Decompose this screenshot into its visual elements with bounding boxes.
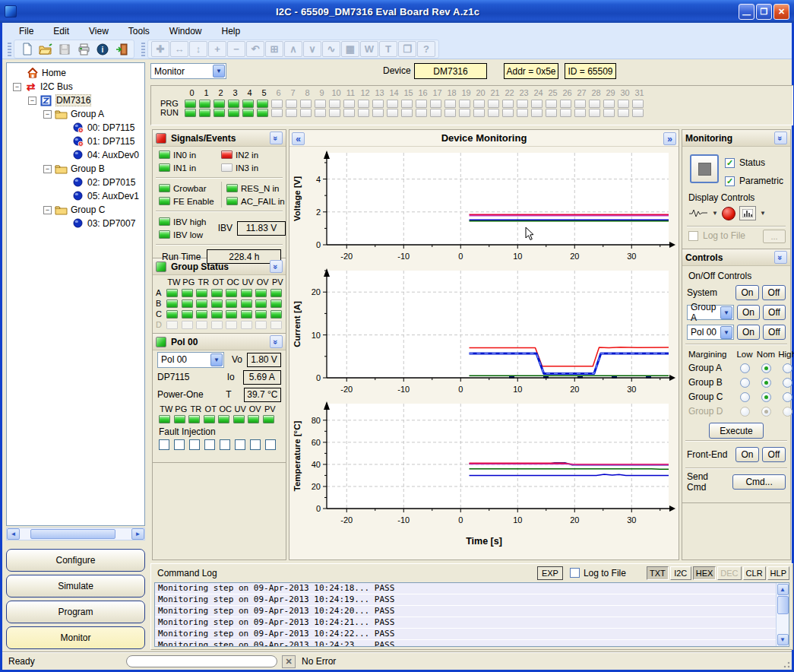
new-file-icon[interactable] — [17, 41, 36, 57]
fault-injection-checkbox[interactable] — [159, 439, 169, 450]
tree-item-group-c[interactable]: −Group C — [7, 203, 144, 217]
cmd-button[interactable]: Cmd... — [732, 474, 786, 490]
pan-icon[interactable]: ✚ — [151, 41, 169, 57]
peak-down-icon[interactable]: ∨ — [303, 41, 321, 57]
log-hlp-button[interactable]: HLP — [767, 566, 789, 580]
axis-box-icon[interactable]: ⊞ — [265, 41, 283, 57]
tree-item-00-dp7115[interactable]: 00: DP7115 — [7, 121, 144, 135]
copy-icon[interactable]: ❐ — [398, 41, 416, 57]
collapse-chevron-icon[interactable]: » — [270, 260, 283, 273]
help-icon[interactable]: ? — [417, 41, 435, 57]
scroll-thumb[interactable] — [30, 529, 115, 539]
scroll-left-icon[interactable]: « — [292, 132, 305, 145]
record-icon[interactable] — [722, 207, 735, 220]
toolbar-grip[interactable] — [8, 43, 11, 56]
undo-zoom-icon[interactable]: ↶ — [246, 41, 264, 57]
wave-icon[interactable]: ∿ — [322, 41, 340, 57]
tree-item-dm7316[interactable]: −DM7316 — [7, 94, 144, 107]
tree-item-04-auxdev0[interactable]: 04: AuxDev0 — [7, 148, 144, 162]
system-off-button[interactable]: Off — [762, 285, 786, 300]
chevron-down-icon[interactable]: ▼ — [210, 353, 223, 366]
group-off-button[interactable]: Off — [763, 305, 786, 320]
tree-item-03-dp7007[interactable]: 03: DP7007 — [7, 217, 144, 230]
margining-radio[interactable] — [761, 392, 771, 402]
scroll-down-icon[interactable]: ▼ — [777, 634, 789, 645]
scroll-left-icon[interactable]: ◄ — [7, 528, 20, 540]
text-label-icon[interactable]: T — [379, 41, 397, 57]
group-on-button[interactable]: On — [737, 305, 760, 320]
fault-injection-checkbox[interactable] — [220, 439, 230, 450]
margining-radio[interactable] — [783, 392, 792, 402]
zoom-in-icon[interactable]: + — [208, 41, 226, 57]
fault-injection-checkbox[interactable] — [174, 439, 185, 450]
tree-expander-icon[interactable]: − — [43, 110, 52, 119]
scroll-thumb[interactable] — [777, 596, 789, 614]
tree-expander-icon[interactable]: − — [28, 97, 36, 105]
collapse-chevron-icon[interactable]: » — [774, 132, 787, 144]
scroll-right-icon[interactable]: » — [663, 132, 676, 145]
tree-item-group-a[interactable]: −Group A — [7, 107, 144, 121]
menu-help[interactable]: Help — [213, 24, 250, 38]
pol-select[interactable]: Pol 00 ▼ — [687, 325, 734, 340]
parametric-checkbox[interactable]: ✓ — [725, 176, 735, 186]
chevron-down-icon[interactable]: ▼ — [720, 326, 732, 339]
close-button[interactable]: ✕ — [773, 4, 789, 20]
waveform-icon[interactable] — [688, 208, 708, 219]
fault-injection-checkbox[interactable] — [265, 439, 276, 450]
margining-radio[interactable] — [761, 363, 771, 373]
simulate-mode-button[interactable]: Simulate — [6, 575, 145, 598]
menu-view[interactable]: View — [80, 24, 118, 38]
menu-window[interactable]: Window — [160, 24, 211, 38]
chevron-down-icon[interactable]: ▼ — [720, 306, 732, 319]
clear-error-icon[interactable]: ✕ — [282, 655, 296, 668]
collapse-chevron-icon[interactable]: » — [270, 335, 283, 348]
zoom-out-icon[interactable]: − — [227, 41, 245, 57]
log-hex-button[interactable]: HEX — [693, 566, 716, 580]
margining-radio[interactable] — [783, 378, 792, 388]
grid-icon[interactable]: ▦ — [341, 41, 359, 57]
tree-expander-icon[interactable]: − — [13, 83, 21, 91]
margining-radio[interactable] — [740, 392, 750, 402]
fault-injection-checkbox[interactable] — [204, 439, 215, 450]
margining-radio[interactable] — [740, 363, 750, 373]
pol-on-button[interactable]: On — [737, 325, 760, 340]
collapse-chevron-icon[interactable]: » — [774, 251, 787, 264]
monitor-mode-button[interactable]: Monitor — [6, 626, 145, 649]
pol-off-button[interactable]: Off — [763, 325, 786, 340]
chevron-down-icon[interactable]: ▼ — [760, 210, 766, 217]
browse-button[interactable]: ... — [763, 230, 786, 243]
tree-item-home[interactable]: Home — [7, 66, 144, 80]
exp-button[interactable]: EXP — [537, 566, 563, 580]
stop-monitoring-button[interactable] — [690, 154, 719, 183]
maximize-button[interactable]: ❐ — [756, 4, 772, 20]
log-clr-button[interactable]: CLR — [743, 566, 766, 580]
pol-select[interactable]: Pol 00 ▼ — [157, 352, 224, 368]
margining-radio[interactable] — [740, 378, 750, 388]
collapse-chevron-icon[interactable]: » — [270, 132, 283, 144]
log-to-file-checkbox[interactable] — [688, 231, 698, 241]
scroll-right-icon[interactable]: ► — [131, 528, 144, 540]
minimize-button[interactable]: — — [739, 4, 754, 20]
front-end-off-button[interactable]: Off — [762, 447, 786, 462]
fault-injection-checkbox[interactable] — [250, 439, 261, 450]
execute-button[interactable]: Execute — [709, 423, 764, 439]
print-icon[interactable] — [74, 41, 93, 57]
tree-item-05-auxdev1[interactable]: 05: AuxDev1 — [7, 189, 144, 203]
save-icon[interactable] — [55, 41, 74, 57]
scroll-up-icon[interactable]: ▲ — [777, 584, 789, 595]
info-icon[interactable]: i — [93, 41, 112, 57]
menu-tools[interactable]: Tools — [119, 24, 159, 38]
chevron-down-icon[interactable]: ▼ — [213, 65, 225, 78]
chevron-down-icon[interactable]: ▼ — [712, 210, 718, 217]
tree-horizontal-scrollbar[interactable]: ◄ ► — [6, 528, 145, 540]
histogram-icon[interactable] — [739, 206, 756, 220]
margining-radio[interactable] — [783, 363, 792, 373]
toolbar-grip[interactable] — [141, 43, 145, 56]
front-end-on-button[interactable]: On — [735, 447, 759, 462]
tree-item-group-b[interactable]: −Group B — [7, 162, 144, 176]
log-txt-button[interactable]: TXT — [647, 566, 669, 580]
menu-edit[interactable]: Edit — [44, 24, 78, 38]
log-to-file-checkbox[interactable] — [570, 568, 580, 578]
tree-expander-icon[interactable]: − — [43, 206, 52, 214]
margining-radio[interactable] — [761, 378, 771, 388]
